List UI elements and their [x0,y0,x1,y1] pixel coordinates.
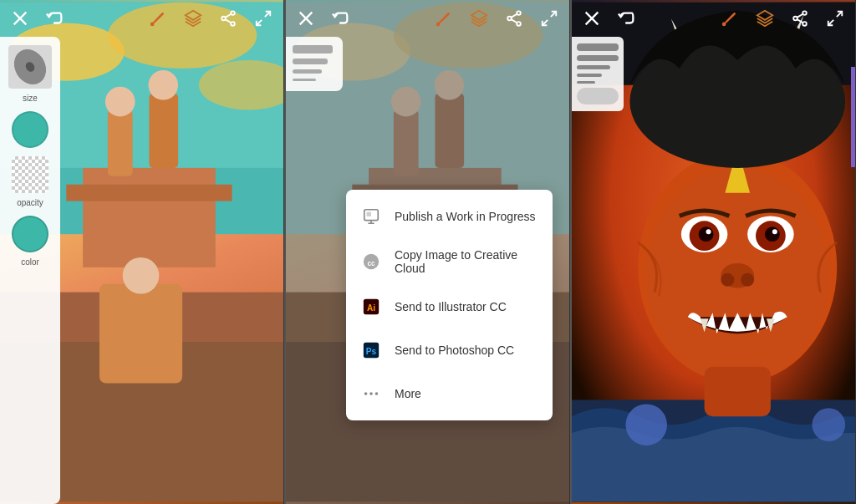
svg-marker-91 [757,11,772,20]
svg-point-77 [699,227,714,242]
undo-button-2[interactable] [329,7,353,30]
share-button-1[interactable] [217,7,240,30]
svg-line-96 [797,19,803,23]
svg-rect-52 [364,210,379,221]
svg-line-23 [226,19,232,23]
svg-point-17 [150,23,155,27]
fullscreen-button-2[interactable] [538,7,561,30]
svg-point-79 [706,229,711,234]
menu-label-copy-cc: Copy Image to Creative Cloud [395,248,539,275]
close-button-1[interactable] [8,7,32,30]
svg-line-25 [257,20,262,25]
svg-point-78 [765,227,780,242]
svg-point-61 [369,392,373,395]
svg-point-21 [231,22,235,26]
illustrator-icon: Ai [359,295,383,318]
svg-point-47 [517,22,521,26]
brush-preview[interactable] [8,45,52,89]
toolbar-3 [572,0,855,37]
svg-point-43 [436,23,441,27]
svg-rect-5 [83,168,216,267]
layers-button-3[interactable] [753,7,777,30]
brush-sliders-3 [572,37,624,111]
share-button-3[interactable] [788,7,812,30]
menu-item-publish[interactable]: Publish a Work in Progress [346,195,553,238]
svg-rect-8 [149,94,178,168]
svg-point-84 [625,404,667,445]
svg-line-48 [512,14,517,18]
svg-rect-6 [66,185,232,201]
svg-point-14 [123,257,160,294]
svg-point-83 [741,273,754,287]
toolbar-2 [286,0,569,37]
svg-rect-13 [99,284,182,384]
svg-point-90 [722,23,726,27]
svg-line-49 [512,19,517,23]
brush-sliders-2 [286,37,343,91]
brush-size-xs [293,79,336,81]
p3-bar-4 [577,74,602,77]
brush-button-3[interactable] [718,7,741,30]
menu-item-more[interactable]: More [346,372,553,415]
menu-item-copy-cc[interactable]: cc Copy Image to Creative Cloud [346,238,553,285]
svg-point-36 [434,70,464,100]
menu-label-photoshop: Send to Photoshop CC [395,344,514,357]
brush-button-2[interactable] [432,7,456,30]
close-button-2[interactable] [294,7,318,30]
opacity-control[interactable] [12,156,48,193]
svg-rect-34 [435,94,464,168]
menu-label-illustrator: Send to Illustrator CC [395,300,507,313]
svg-line-98 [828,20,833,25]
svg-point-94 [802,22,807,26]
svg-text:cc: cc [367,260,375,267]
svg-rect-7 [108,110,133,176]
svg-line-24 [265,12,270,17]
undo-button-1[interactable] [43,7,67,30]
more-icon [359,382,383,405]
svg-rect-33 [394,110,419,176]
svg-point-92 [802,11,807,15]
layers-button-1[interactable] [181,7,205,30]
menu-item-illustrator[interactable]: Ai Send to Illustrator CC [346,285,553,328]
color-picker[interactable] [12,111,48,148]
svg-marker-44 [471,11,487,20]
close-button-3[interactable] [580,7,604,30]
opacity-label: opacity [17,198,43,207]
publish-icon [359,205,383,228]
menu-label-publish: Publish a Work in Progress [395,210,536,223]
svg-point-19 [231,11,235,15]
svg-point-60 [364,392,368,395]
share-button-2[interactable] [502,7,526,30]
toolbar-1 [0,0,283,37]
tools-panel-1: size opacity color [0,37,60,504]
brush-size-l [293,45,336,53]
brush-size-m [293,59,336,64]
svg-rect-53 [367,212,370,216]
svg-point-35 [391,87,421,117]
panel-1: size opacity color [0,0,284,504]
copy-cc-icon: cc [359,250,383,273]
fullscreen-button-1[interactable] [252,7,275,30]
undo-button-3[interactable] [615,7,639,30]
svg-marker-18 [186,11,201,20]
panel-2: Publish a Work in Progress cc Copy Image… [286,0,570,504]
menu-item-photoshop[interactable]: Ps Send to Photoshop CC [346,328,553,372]
svg-point-20 [222,17,226,21]
fullscreen-button-3[interactable] [823,7,847,30]
brush-bar-medium [293,59,328,64]
brush-bar-xsmall [293,79,316,81]
layers-button-2[interactable] [467,7,491,30]
accent-stripe [851,67,855,167]
svg-point-10 [148,70,178,100]
brush-size-s [293,69,336,74]
svg-point-62 [375,392,379,395]
svg-point-85 [812,408,845,441]
svg-line-50 [551,12,556,17]
panel-3 [572,0,856,504]
menu-label-more: More [395,387,421,400]
brush-button-1[interactable] [146,7,170,30]
svg-point-80 [772,229,777,234]
brush-bar-small [293,69,322,74]
photoshop-icon: Ps [359,339,383,362]
color-swatch-2[interactable] [12,216,48,252]
